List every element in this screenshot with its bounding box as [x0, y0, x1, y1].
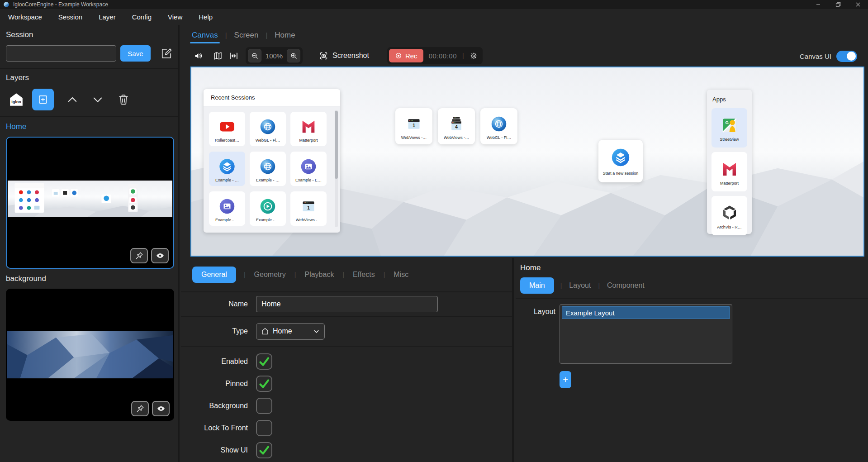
move-layer-down-button[interactable] — [91, 93, 104, 106]
tab-layout[interactable]: Layout — [568, 281, 592, 290]
tab-component[interactable]: Component — [606, 281, 645, 290]
app-window: IglooCoreEngine - Example Workspace Work… — [0, 0, 868, 462]
layout-panel-tabs: Main | Layout | Component — [516, 272, 868, 299]
add-layer-button[interactable] — [32, 89, 54, 110]
tab-effects[interactable]: Effects — [352, 271, 376, 279]
scrollbar-thumb[interactable] — [335, 111, 338, 179]
type-label: Type — [181, 327, 248, 335]
enabled-checkbox[interactable] — [256, 353, 272, 370]
fit-width-icon[interactable] — [229, 51, 238, 61]
menu-workspace[interactable]: Workspace — [8, 13, 42, 21]
layers-section: Layers igloo — [0, 69, 178, 117]
tab-canvas[interactable]: Canvas — [191, 26, 219, 44]
menu-help[interactable]: Help — [199, 13, 213, 21]
layer-preview-background[interactable] — [6, 289, 174, 421]
menu-view[interactable]: View — [168, 13, 182, 21]
layout-list[interactable]: Example Layout — [560, 304, 732, 364]
igloo-layer-icon[interactable]: igloo — [8, 91, 24, 108]
background-checkbox[interactable] — [256, 398, 272, 414]
menu-config[interactable]: Config — [132, 13, 152, 21]
type-dropdown[interactable]: Home — [256, 323, 325, 340]
session-tile[interactable]: Rollercoast… — [209, 112, 245, 146]
apps-panel: Apps G Streetview Matterport ArchVis - R… — [707, 90, 752, 234]
session-tile[interactable]: Example - … — [250, 191, 286, 226]
session-name-input[interactable] — [6, 45, 116, 62]
audio-icon[interactable] — [194, 51, 203, 61]
globe-icon — [490, 115, 508, 133]
matterport-icon — [720, 160, 739, 179]
app-tile[interactable]: ArchVis - R… — [711, 196, 747, 235]
canvas-ui-control: Canvas UI — [800, 46, 857, 67]
map-icon[interactable] — [213, 51, 223, 61]
restore-button[interactable] — [828, 0, 848, 9]
add-layout-button[interactable]: + — [560, 371, 571, 388]
app-tile[interactable]: G Streetview — [711, 108, 747, 148]
save-session-button[interactable]: Save — [120, 45, 151, 62]
layer-preview-home[interactable] — [6, 137, 174, 269]
window-controls — [808, 0, 868, 9]
streetview-icon: G — [720, 116, 739, 135]
menu-layer[interactable]: Layer — [99, 13, 116, 21]
layers-icon — [218, 157, 236, 176]
record-timer: 00:00:00 — [429, 52, 457, 60]
zoom-in-button[interactable] — [287, 49, 300, 62]
pin-layer-button[interactable] — [131, 401, 149, 416]
session-tile[interactable]: 1 WebViews -… — [395, 108, 432, 144]
minimize-button[interactable] — [808, 0, 828, 9]
tab-general[interactable]: General — [192, 267, 236, 283]
tab-main[interactable]: Main — [520, 277, 554, 294]
webview-icon: 1 — [299, 197, 318, 215]
svg-text:1: 1 — [413, 123, 415, 128]
record-settings-gear-icon[interactable] — [470, 52, 478, 60]
tab-home[interactable]: Home — [274, 26, 296, 44]
tab-misc[interactable]: Misc — [393, 271, 409, 279]
screenshot-button[interactable]: Screenshot — [319, 51, 369, 61]
layer-item-home: Home — [0, 117, 178, 269]
recent-sessions-scrollbar[interactable] — [335, 110, 338, 227]
start-new-session-label: Start a new session — [603, 171, 639, 176]
show-ui-checkbox[interactable] — [256, 442, 272, 458]
canvas-viewport[interactable]: Recent Sessions Rollercoast… WebGL - Fl…… — [190, 67, 864, 257]
delete-layer-button[interactable] — [117, 93, 130, 106]
session-tile[interactable]: Example - … — [209, 191, 245, 226]
tab-geometry[interactable]: Geometry — [253, 271, 287, 279]
move-layer-up-button[interactable] — [66, 93, 79, 106]
close-button[interactable] — [848, 0, 868, 9]
tab-screen[interactable]: Screen — [233, 26, 260, 44]
layer-item-background: background — [0, 269, 178, 421]
session-section: Session Save — [0, 25, 178, 69]
canvas-ui-toggle[interactable] — [836, 51, 857, 62]
svg-text:G: G — [725, 120, 728, 125]
toggle-visibility-button[interactable] — [152, 401, 170, 416]
layer-name-background[interactable]: background — [6, 274, 172, 283]
enabled-label: Enabled — [181, 357, 248, 366]
session-tile[interactable]: Example - … — [209, 152, 245, 186]
start-new-session-tile[interactable]: Start a new session — [598, 140, 643, 182]
zoom-out-button[interactable] — [248, 49, 261, 62]
pin-layer-button[interactable] — [130, 248, 148, 263]
layer-name-home[interactable]: Home — [6, 122, 172, 131]
session-tile[interactable]: Example - … — [250, 152, 286, 186]
menu-session[interactable]: Session — [58, 13, 82, 21]
session-tile[interactable]: 1 WebViews -… — [290, 191, 327, 226]
session-tile[interactable]: Example - E… — [290, 152, 327, 186]
background-label: Background — [181, 402, 248, 410]
app-tile[interactable]: Matterport — [711, 152, 747, 191]
session-tile[interactable]: 4 WebViews -… — [438, 108, 475, 144]
layer-name-input[interactable] — [256, 296, 438, 312]
record-button[interactable]: Rec — [389, 49, 423, 62]
tab-playback[interactable]: Playback — [304, 271, 335, 279]
session-tile[interactable]: WebGL - Fl… — [480, 108, 517, 144]
screenshot-label: Screenshot — [332, 52, 369, 60]
session-tile[interactable]: WebGL - Fl… — [250, 112, 286, 146]
session-tile[interactable]: Matterport — [290, 112, 327, 146]
toggle-visibility-button[interactable] — [151, 248, 169, 263]
pinned-checkbox[interactable] — [256, 376, 272, 392]
edit-icon[interactable] — [161, 48, 172, 59]
sidebar: Session Save Layers igloo — [0, 25, 180, 462]
image-icon — [299, 157, 318, 176]
layout-list-item[interactable]: Example Layout — [562, 306, 730, 319]
lock-to-front-checkbox[interactable] — [256, 420, 272, 436]
screenshot-icon — [319, 51, 328, 61]
show-ui-label: Show UI — [181, 446, 248, 454]
